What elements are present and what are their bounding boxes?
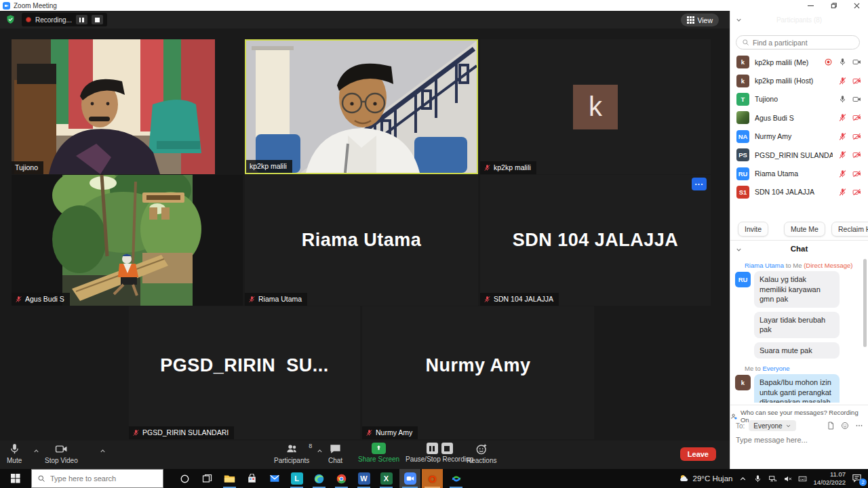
camera-off-icon[interactable] — [852, 188, 861, 197]
tile-name-label: PGSD_RIRIN SULANDARI — [129, 426, 234, 439]
taskbar-clock[interactable]: 11.07 14/02/2022 — [813, 470, 846, 487]
participant-row[interactable]: NA Nurmy Amy — [730, 127, 868, 146]
participants-chevron-icon[interactable] — [316, 447, 323, 455]
pause-icon[interactable] — [427, 443, 438, 454]
action-center-icon[interactable]: 2 — [852, 473, 864, 484]
leave-button[interactable]: Leave — [680, 447, 716, 461]
microsoft-store-icon[interactable] — [243, 469, 261, 488]
mic-icon[interactable] — [838, 58, 847, 66]
video-tile-kp2kp-malili[interactable]: kp2kp malili — [245, 39, 478, 174]
edge-browser-icon[interactable] — [310, 469, 328, 488]
video-options-chevron-icon[interactable] — [99, 447, 106, 455]
weather-widget[interactable]: 29°C Hujan — [679, 473, 733, 484]
muted-mic-icon[interactable] — [838, 113, 847, 122]
restore-icon[interactable] — [822, 0, 845, 11]
participant-row[interactable]: T Tujiono — [730, 90, 868, 108]
chat-message-input[interactable] — [736, 436, 861, 444]
mute-me-button[interactable]: Mute Me — [784, 222, 825, 237]
participant-search[interactable] — [736, 35, 860, 49]
excel-icon[interactable]: X — [377, 469, 395, 488]
muted-mic-icon[interactable] — [838, 188, 847, 197]
view-button[interactable]: View — [681, 14, 719, 26]
more-options-icon[interactable] — [855, 422, 863, 430]
video-tile-sdn-104-jalajja[interactable]: ... SDN 104 JALAJJA SDN 104 JALAJJA — [480, 175, 711, 306]
encryption-shield-icon[interactable] — [5, 14, 16, 24]
taskbar-search-input[interactable] — [50, 474, 157, 483]
video-tile-nurmy-amy[interactable]: Nurmy Amy Nurmy Amy — [362, 306, 594, 439]
network-icon[interactable] — [768, 474, 777, 483]
chat-scrollbar[interactable] — [863, 259, 867, 347]
camera-icon[interactable] — [852, 95, 861, 104]
participant-row[interactable]: k kp2kp malili (Host) — [730, 71, 868, 89]
muted-mic-icon[interactable] — [838, 150, 847, 159]
office-taskbar-icon[interactable]: O — [422, 469, 443, 488]
tile-name-label: Tujiono — [12, 161, 43, 174]
participant-row[interactable]: Agus Budi S — [730, 108, 868, 127]
pause-recording-icon[interactable] — [76, 15, 87, 24]
pause-stop-recording-button[interactable]: Pause/Stop Recording — [406, 443, 473, 463]
emoji-icon[interactable] — [841, 422, 849, 430]
weather-cloud-icon — [679, 473, 690, 484]
tray-chevron-up-icon[interactable] — [738, 474, 747, 483]
video-tile-agus-budi-s[interactable]: Agus Budi S — [12, 175, 243, 306]
close-icon[interactable] — [845, 0, 868, 11]
recipient-dropdown[interactable]: Everyone — [749, 420, 795, 431]
participants-button[interactable]: Participants 8 — [274, 443, 309, 464]
recording-label: Recording... — [35, 16, 72, 24]
camera-off-icon[interactable] — [852, 77, 861, 85]
task-view-icon[interactable] — [198, 469, 216, 488]
direct-message-tag: (Direct Message) — [804, 262, 852, 269]
avatar: NA — [736, 130, 749, 143]
camera-off-icon[interactable] — [852, 150, 861, 159]
participant-row[interactable]: RU Riama Utama — [730, 164, 868, 182]
tile-name: Riama Utama — [258, 295, 302, 303]
participant-row[interactable]: PS PGSD_RIRIN SULANDARI — [730, 146, 868, 164]
mute-options-chevron-icon[interactable] — [33, 447, 40, 455]
file-explorer-icon[interactable] — [220, 469, 239, 488]
participant-search-input[interactable] — [753, 39, 854, 47]
muted-mic-icon[interactable] — [838, 169, 847, 178]
camera-icon[interactable] — [852, 58, 861, 66]
word-icon[interactable]: W — [355, 469, 373, 488]
video-tile-tujiono[interactable]: Tujiono — [12, 39, 215, 174]
participant-row[interactable]: S1 SDN 104 JALAJJA — [730, 183, 868, 201]
tile-name: Tujiono — [15, 163, 38, 171]
attach-file-icon[interactable] — [827, 422, 835, 430]
idm-icon[interactable] — [447, 469, 465, 488]
recording-indicator: Recording... — [22, 13, 107, 26]
stop-recording-icon[interactable] — [92, 15, 103, 24]
invite-button[interactable]: Invite — [738, 222, 768, 237]
volume-muted-icon[interactable] — [783, 474, 792, 483]
tray-mic-icon[interactable] — [753, 474, 762, 483]
reactions-button[interactable]: Reactions — [467, 443, 496, 464]
camera-off-icon[interactable] — [852, 169, 861, 178]
share-screen-button[interactable]: Share Screen — [358, 443, 399, 463]
start-button[interactable] — [0, 469, 31, 488]
touch-keyboard-icon[interactable] — [798, 474, 807, 483]
minimize-icon[interactable] — [799, 0, 822, 11]
camera-off-icon[interactable] — [852, 132, 861, 141]
stop-icon[interactable] — [441, 443, 453, 454]
muted-mic-icon[interactable] — [838, 77, 847, 85]
zoom-taskbar-icon[interactable] — [399, 469, 420, 488]
reclaim-host-button[interactable]: Reclaim Host — [831, 222, 868, 237]
camera-off-icon[interactable] — [852, 113, 861, 122]
sender-name[interactable]: Riama Utama — [745, 262, 784, 269]
mic-icon[interactable] — [838, 95, 847, 104]
participant-row[interactable]: k kp2kp malili (Me) — [730, 53, 868, 71]
avatar: RU — [735, 272, 751, 287]
mail-icon[interactable] — [265, 469, 283, 488]
recipient-name[interactable]: Everyone — [762, 365, 789, 372]
video-tile-kp2kp-malili-2[interactable]: k kp2kp malili — [480, 39, 711, 174]
muted-mic-icon[interactable] — [838, 132, 847, 141]
mute-button[interactable]: Mute — [7, 443, 22, 464]
video-tile-riama-utama[interactable]: Riama Utama Riama Utama — [245, 175, 478, 306]
message-header: Me to Everyone — [745, 365, 868, 372]
chat-button[interactable]: Chat — [328, 443, 342, 464]
line-app-icon[interactable]: L — [288, 469, 306, 488]
cortana-icon[interactable] — [176, 469, 194, 488]
video-tile-pgsd-ririn[interactable]: PGSD_RIRIN SU... PGSD_RIRIN SULANDARI — [129, 306, 360, 439]
taskbar-search[interactable] — [31, 469, 163, 488]
stop-video-button[interactable]: Stop Video — [45, 443, 78, 464]
chrome-browser-icon[interactable] — [332, 469, 351, 488]
